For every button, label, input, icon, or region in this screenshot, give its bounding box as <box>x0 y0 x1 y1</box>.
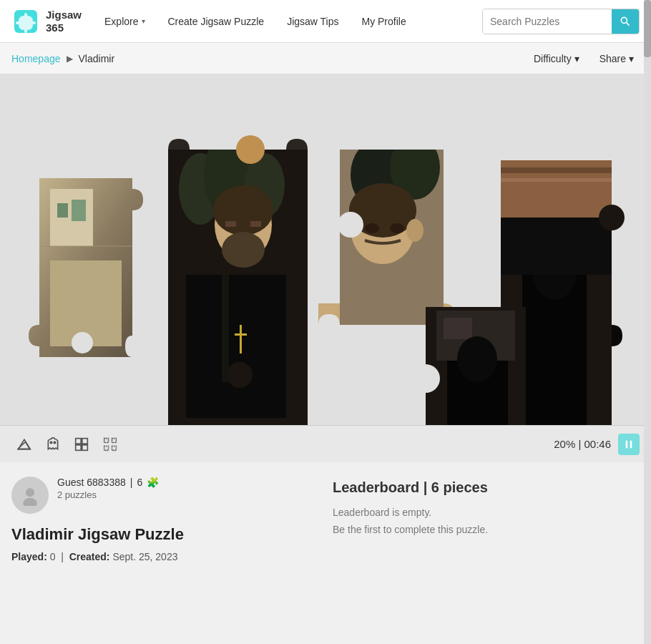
logo-text: Jigsaw 365 <box>46 9 82 34</box>
nav-explore[interactable]: Explore ▾ <box>93 0 156 43</box>
svg-point-50 <box>50 441 52 444</box>
homepage-link[interactable]: Homepage <box>11 53 61 64</box>
user-puzzles: 2 puzzles <box>57 489 159 500</box>
svg-line-2 <box>627 22 630 25</box>
leaderboard-empty-line1: Leaderboard is empty. <box>333 504 640 522</box>
search-input[interactable] <box>483 9 612 34</box>
breadcrumb: Homepage ▶ Vladimir <box>11 53 114 64</box>
svg-rect-56 <box>104 438 109 442</box>
svg-rect-53 <box>82 438 88 444</box>
puzzle-title: Vladimir Jigsaw Puzzle <box>11 525 318 544</box>
grid-tool-button[interactable] <box>69 431 94 457</box>
user-piece-count: 6 <box>137 477 142 488</box>
svg-point-14 <box>213 185 273 235</box>
svg-rect-39 <box>501 218 612 275</box>
svg-point-23 <box>227 362 253 388</box>
svg-point-62 <box>26 488 34 497</box>
played-label: Played: <box>11 551 47 562</box>
svg-point-47 <box>411 364 440 393</box>
puzzle-piece-icon: 🧩 <box>147 477 159 488</box>
pause-icon <box>624 439 634 449</box>
ghost-icon <box>46 437 60 452</box>
svg-rect-59 <box>112 446 117 450</box>
bottom-section: Guest 6883388 | 6 🧩 2 puzzles Vladimir J… <box>0 462 651 644</box>
svg-point-29 <box>406 219 424 242</box>
svg-rect-6 <box>72 200 86 221</box>
svg-point-15 <box>222 232 265 268</box>
puzzle-meta: Played: 0 | Created: Sept. 25, 2023 <box>11 551 318 562</box>
scatter-tool-button[interactable] <box>97 431 123 457</box>
user-area: Guest 6883388 | 6 🧩 2 puzzles <box>11 477 318 514</box>
toolbar: 20% | 00:46 <box>0 425 651 462</box>
svg-point-51 <box>54 441 56 444</box>
avatar <box>11 477 49 514</box>
svg-point-31 <box>390 223 404 233</box>
scrollbar-thumb[interactable] <box>644 0 651 57</box>
bottom-grid: Guest 6883388 | 6 🧩 2 puzzles Vladimir J… <box>11 477 640 562</box>
svg-point-30 <box>365 223 379 233</box>
svg-rect-20 <box>240 325 242 353</box>
puzzle-area[interactable] <box>0 74 651 425</box>
svg-rect-54 <box>76 444 82 450</box>
svg-rect-35 <box>501 167 612 173</box>
ghost-tool-button[interactable] <box>40 431 66 457</box>
mountain-tool-button[interactable] <box>11 431 37 457</box>
header: Jigsaw 365 Explore ▾ Create Jigsaw Puzzl… <box>0 0 651 43</box>
progress-text: 20% | 00:46 <box>554 438 611 450</box>
svg-point-32 <box>338 212 363 238</box>
svg-rect-16 <box>225 221 236 227</box>
svg-point-63 <box>23 498 37 506</box>
puzzle-piece-2 <box>168 132 308 425</box>
nav-profile[interactable]: My Profile <box>350 0 417 43</box>
share-button[interactable]: Share ▾ <box>594 50 640 67</box>
svg-rect-58 <box>104 446 109 450</box>
svg-point-46 <box>457 336 497 382</box>
breadcrumb-current: Vladimir <box>79 53 115 64</box>
scatter-icon <box>103 437 117 452</box>
leaderboard-area: Leaderboard | 6 pieces Leaderboard is em… <box>333 477 640 562</box>
svg-rect-57 <box>112 438 117 442</box>
svg-point-40 <box>599 205 625 230</box>
svg-rect-19 <box>222 275 229 382</box>
puzzle-piece-5 <box>411 307 526 425</box>
progress-info: 20% | 00:46 <box>554 434 640 455</box>
svg-rect-21 <box>235 333 247 336</box>
left-column: Guest 6883388 | 6 🧩 2 puzzles Vladimir J… <box>11 477 318 562</box>
leaderboard-empty-line2: Be the first to complete this puzzle. <box>333 522 640 539</box>
leaderboard-title: Leaderboard | 6 pieces <box>333 479 640 496</box>
nav-links: Explore ▾ Create Jigsaw Puzzle Jigsaw Ti… <box>93 0 476 43</box>
scrollbar[interactable] <box>644 0 651 644</box>
piece-knob-1 <box>72 332 93 353</box>
svg-rect-60 <box>626 440 628 448</box>
grid-icon <box>74 437 89 452</box>
logo[interactable]: Jigsaw 365 <box>11 7 82 36</box>
leaderboard-empty: Leaderboard is empty. Be the first to co… <box>333 504 640 539</box>
created-label: Created: <box>69 551 110 562</box>
difficulty-button[interactable]: Difficulty ▾ <box>528 50 585 67</box>
nav-tips[interactable]: Jigsaw Tips <box>275 0 350 43</box>
svg-rect-55 <box>82 444 88 450</box>
difficulty-arrow-icon: ▾ <box>574 53 579 64</box>
username: Guest 6883388 <box>57 477 126 488</box>
search-button[interactable] <box>612 9 639 34</box>
breadcrumb-actions: Difficulty ▾ Share ▾ <box>528 50 640 67</box>
share-arrow-icon: ▾ <box>629 53 634 64</box>
svg-rect-61 <box>630 440 632 448</box>
puzzle-canvas <box>0 74 651 425</box>
svg-rect-17 <box>250 221 261 227</box>
svg-point-1 <box>621 17 627 23</box>
pause-button[interactable] <box>618 434 640 455</box>
search-icon <box>620 16 631 27</box>
svg-rect-36 <box>501 178 612 182</box>
user-info: Guest 6883388 | 6 🧩 2 puzzles <box>57 477 159 500</box>
avatar-icon <box>19 484 41 506</box>
svg-point-22 <box>236 135 265 164</box>
created-date: Sept. 25, 2023 <box>112 551 177 562</box>
puzzle-piece-1 <box>29 178 143 357</box>
logo-icon <box>11 7 40 36</box>
played-count: 0 <box>50 551 56 562</box>
nav-create[interactable]: Create Jigsaw Puzzle <box>157 0 276 43</box>
user-name-line: Guest 6883388 | 6 🧩 <box>57 477 159 488</box>
svg-rect-5 <box>57 203 68 218</box>
svg-rect-44 <box>444 318 472 339</box>
